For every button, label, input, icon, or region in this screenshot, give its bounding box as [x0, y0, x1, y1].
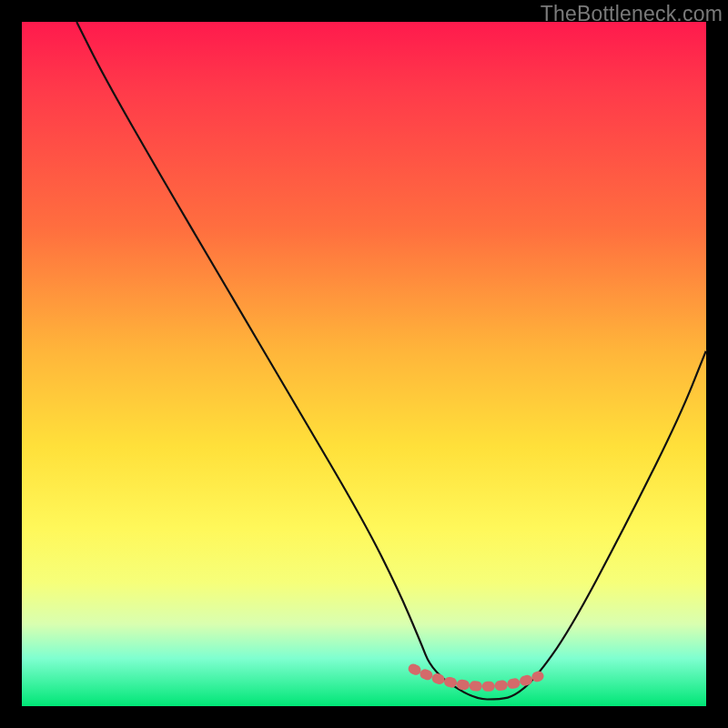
chart-frame: [22, 22, 706, 706]
optimal-band-highlight: [413, 669, 539, 686]
curve-layer: [22, 22, 706, 706]
plot-area: [22, 22, 706, 706]
bottleneck-curve: [76, 22, 706, 700]
watermark-text: TheBottleneck.com: [541, 2, 723, 26]
